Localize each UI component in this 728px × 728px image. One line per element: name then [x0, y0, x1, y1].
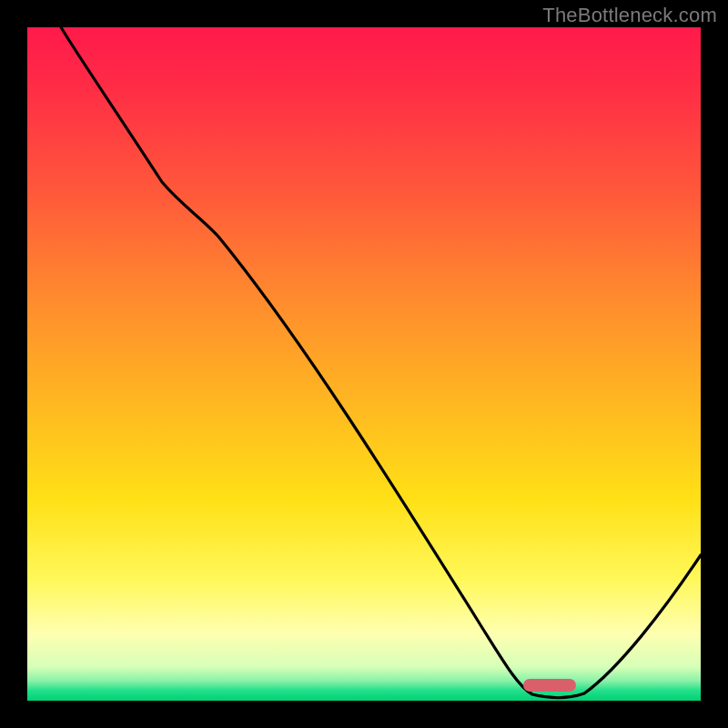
watermark-text: TheBottleneck.com [542, 4, 717, 27]
chart-frame: TheBottleneck.com [0, 0, 728, 728]
plot-area [27, 27, 701, 701]
bottleneck-curve [27, 27, 701, 701]
optimum-marker [523, 679, 576, 692]
